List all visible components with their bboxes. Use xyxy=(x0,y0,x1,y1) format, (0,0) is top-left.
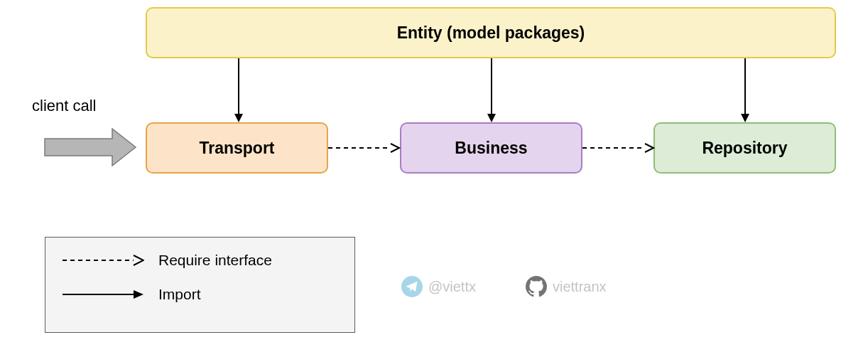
entity-to-business-arrow-icon xyxy=(486,58,497,122)
business-to-repository-arrow-icon xyxy=(582,142,654,154)
transport-label: Transport xyxy=(199,139,274,158)
svg-marker-10 xyxy=(134,290,143,299)
github-icon xyxy=(526,276,547,297)
client-call-arrow-icon xyxy=(45,126,137,169)
business-label: Business xyxy=(455,139,527,158)
telegram-icon xyxy=(401,276,423,297)
entity-to-transport-arrow-icon xyxy=(233,58,244,122)
repository-box: Repository xyxy=(653,122,836,174)
legend-solid-arrow-icon xyxy=(63,287,144,302)
telegram-label: @viettx xyxy=(428,279,476,295)
svg-marker-1 xyxy=(234,114,243,122)
svg-marker-5 xyxy=(741,114,749,122)
transport-to-business-arrow-icon xyxy=(328,142,400,154)
legend-require-label: Require interface xyxy=(158,252,272,269)
telegram-handle: @viettx xyxy=(401,276,476,297)
github-handle: viettranx xyxy=(526,276,607,297)
transport-box: Transport xyxy=(146,122,328,174)
client-call-label: client call xyxy=(32,97,96,115)
legend-require-row: Require interface xyxy=(63,252,337,269)
github-label: viettranx xyxy=(553,279,607,295)
svg-marker-3 xyxy=(487,114,496,122)
legend-import-row: Import xyxy=(63,286,337,303)
repository-label: Repository xyxy=(702,139,787,158)
business-box: Business xyxy=(400,122,582,174)
entity-box: Entity (model packages) xyxy=(146,7,836,58)
entity-label: Entity (model packages) xyxy=(397,23,585,43)
legend-import-label: Import xyxy=(158,286,201,303)
legend-box: Require interface Import xyxy=(45,237,355,333)
legend-dashed-arrow-icon xyxy=(63,253,144,267)
entity-to-repository-arrow-icon xyxy=(739,58,751,122)
